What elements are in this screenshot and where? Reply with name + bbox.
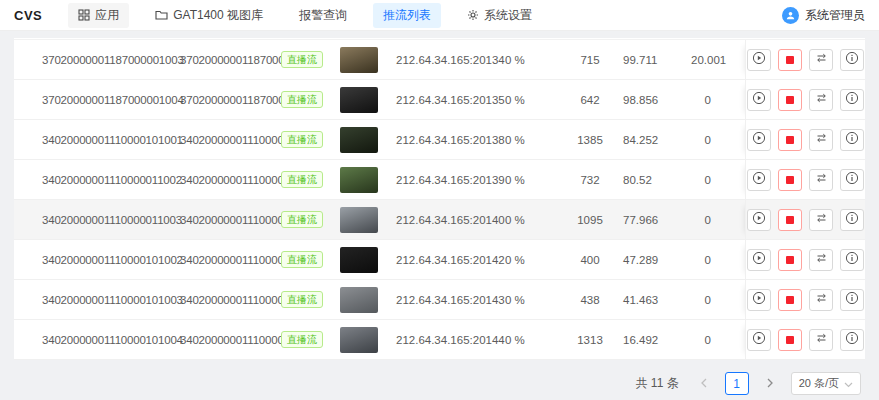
chevron-left-icon [700,376,708,391]
nav-item-apps[interactable]: 应用 [68,3,129,28]
rate-cell: 99.711 [623,54,691,66]
info-circle-icon [845,251,859,268]
snapshot-thumbnail[interactable] [340,327,378,353]
play-button[interactable] [747,129,771,151]
play-button[interactable] [747,169,771,191]
info-button[interactable] [840,329,864,351]
snapshot-thumbnail[interactable] [340,87,378,113]
next-page-button[interactable] [759,373,781,395]
row-cells: 34020000001110000011003 3402000000111000… [14,200,745,239]
stop-square-icon [786,176,794,184]
play-button[interactable] [747,49,771,71]
address-cell: 212.64.34.165:20134 [396,54,505,66]
transfer-button[interactable] [809,49,833,71]
prev-page-button[interactable] [693,373,715,395]
transfer-button[interactable] [809,89,833,111]
info-button[interactable] [840,49,864,71]
page-size-label: 20 条/页 [799,376,839,391]
packet-loss-cell: 0 % [505,134,557,146]
info-button[interactable] [840,289,864,311]
transfer-button[interactable] [809,129,833,151]
stream-id-cell: 34020000001110000101002 [42,254,180,266]
extra-value-cell: 0 [691,134,745,146]
address-cell: 212.64.34.165:20140 [396,214,505,226]
row-cells: 34020000001110000101004 3402000000111000… [14,320,745,359]
stop-button[interactable] [778,49,802,71]
info-button[interactable] [840,169,864,191]
row-cells: 37020000001187000001004 3702000000118700… [14,80,745,119]
address-cell: 212.64.34.165:20139 [396,174,505,186]
status-cell: 直播流 [281,251,340,268]
info-circle-icon [845,331,859,348]
play-circle-icon [752,131,766,148]
stream-id-cell: 34020000001110000101004 [42,334,180,346]
status-cell: 直播流 [281,211,340,228]
snapshot-thumbnail[interactable] [340,247,378,273]
nav-item-label: 应用 [95,7,119,24]
info-circle-icon [845,291,859,308]
packet-loss-cell: 0 % [505,254,557,266]
nav-item-gat1400[interactable]: GAT1400 视图库 [145,3,273,28]
transfer-button[interactable] [809,249,833,271]
info-button[interactable] [840,209,864,231]
page-size-select[interactable]: 20 条/页 [791,372,861,395]
stop-button[interactable] [778,169,802,191]
transfer-button[interactable] [809,209,833,231]
nav-item-alarm-query[interactable]: 报警查询 [289,3,357,28]
stop-button[interactable] [778,249,802,271]
play-circle-icon [752,331,766,348]
stop-button[interactable] [778,329,802,351]
transfer-button[interactable] [809,329,833,351]
table-row: 34020000001110000011003 3402000000111000… [14,200,865,240]
snapshot-cell [340,247,396,273]
device-id-cell: 34020000001110000101 [180,294,281,306]
stop-button[interactable] [778,209,802,231]
folder-icon [155,9,168,21]
info-button[interactable] [840,249,864,271]
info-button[interactable] [840,89,864,111]
play-button[interactable] [747,289,771,311]
snapshot-thumbnail[interactable] [340,287,378,313]
device-id-cell: 37020000001187000001 [180,54,281,66]
packet-loss-cell: 0 % [505,94,557,106]
transfer-button[interactable] [809,169,833,191]
info-circle-icon [845,171,859,188]
rate-cell: 41.463 [623,294,691,306]
row-actions [745,320,865,359]
snapshot-thumbnail[interactable] [340,127,378,153]
play-button[interactable] [747,249,771,271]
snapshot-thumbnail[interactable] [340,207,378,233]
device-id-cell: 34020000001110000101 [180,254,281,266]
stream-id-cell: 34020000001110000011003 [42,214,180,226]
user-menu[interactable]: 系统管理员 [782,7,865,24]
stop-button[interactable] [778,129,802,151]
nav-item-system-settings[interactable]: 系统设置 [457,3,542,28]
frame-count-cell: 1313 [557,334,623,346]
play-button[interactable] [747,209,771,231]
swap-arrows-icon [815,252,828,267]
play-button[interactable] [747,329,771,351]
status-cell: 直播流 [281,291,340,308]
stop-button[interactable] [778,289,802,311]
snapshot-thumbnail[interactable] [340,47,378,73]
play-circle-icon [752,211,766,228]
address-cell: 212.64.34.165:20143 [396,294,505,306]
nav-item-stream-list[interactable]: 推流列表 [373,3,441,28]
swap-arrows-icon [815,172,828,187]
page-1-button[interactable]: 1 [725,372,749,395]
stream-id-cell: 34020000001110000101001 [42,134,180,146]
info-button[interactable] [840,129,864,151]
transfer-button[interactable] [809,289,833,311]
apps-grid-icon [78,9,90,21]
rate-cell: 84.252 [623,134,691,146]
address-cell: 212.64.34.165:20138 [396,134,505,146]
frame-count-cell: 400 [557,254,623,266]
play-button[interactable] [747,89,771,111]
swap-arrows-icon [815,52,828,67]
status-badge: 直播流 [281,251,323,268]
play-circle-icon [752,91,766,108]
row-actions [745,200,865,239]
frame-count-cell: 732 [557,174,623,186]
snapshot-thumbnail[interactable] [340,167,378,193]
stop-button[interactable] [778,89,802,111]
